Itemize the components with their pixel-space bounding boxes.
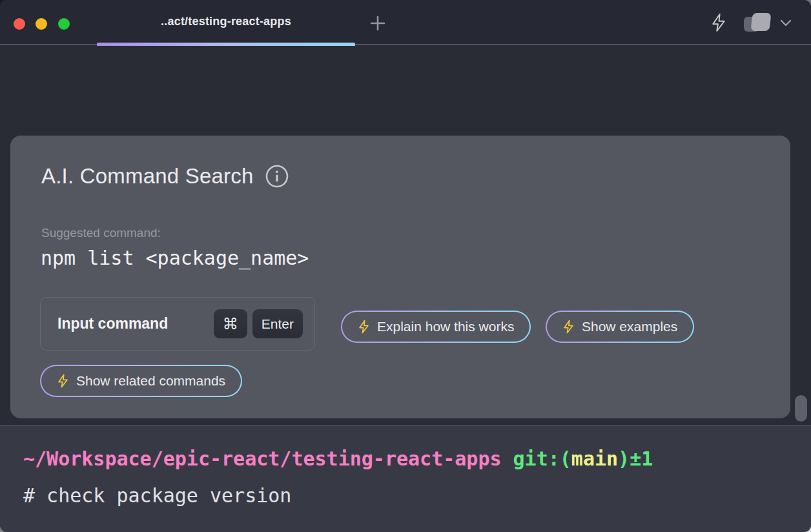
button-label: Show related commands [76, 373, 225, 389]
prompt-git-prefix: git:( [513, 447, 571, 470]
lightning-icon [710, 12, 727, 33]
ai-command-search-panel: A.I. Command Search Suggested command: n… [10, 136, 790, 418]
plus-icon [367, 13, 388, 34]
shortcut-keys: ⌘ Enter [214, 309, 303, 338]
info-icon[interactable] [265, 164, 289, 189]
terminal-block-area: A.I. Command Search Suggested command: n… [0, 46, 811, 425]
bolt-icon [57, 373, 69, 389]
show-examples-button[interactable]: Show examples [546, 311, 694, 343]
bolt-icon [562, 319, 575, 334]
new-tab-button[interactable] [366, 12, 389, 35]
input-command-shortcut-group[interactable]: Input command ⌘ Enter [40, 297, 315, 351]
tab-active-underline [97, 43, 355, 46]
titlebar-actions [710, 0, 792, 45]
close-button[interactable] [14, 18, 25, 30]
prompt-git-suffix: )±1 [618, 447, 653, 470]
terminal-input-block[interactable]: ~/Workspace/epic-react/testing-react-app… [0, 425, 811, 532]
tab-active[interactable]: ..act/testing-react-apps [97, 0, 355, 45]
suggested-command-text: npm list <package_name> [41, 247, 309, 269]
scrollbar-thumb[interactable] [795, 395, 807, 422]
explain-how-this-works-button[interactable]: Explain how this works [341, 311, 531, 343]
panel-title: A.I. Command Search [41, 164, 253, 189]
button-label: Show examples [582, 319, 677, 334]
window-menu-button[interactable] [744, 12, 792, 33]
window-titlebar: ..act/testing-react-apps [0, 0, 811, 45]
blocks-icon [744, 12, 775, 33]
suggested-command-label: Suggested command: [41, 226, 161, 240]
minimize-button[interactable] [36, 18, 47, 30]
prompt-path: ~/Workspace/epic-react/testing-react-app… [23, 447, 502, 470]
bolt-icon [358, 319, 370, 334]
tab-title: ..act/testing-react-apps [97, 15, 355, 28]
input-command-label: Input command [57, 315, 168, 332]
zoom-button[interactable] [58, 18, 70, 30]
prompt-git-branch: main [571, 447, 618, 470]
warp-terminal-window: ..act/testing-react-apps [0, 0, 811, 532]
button-label: Explain how this works [377, 319, 514, 334]
enter-keycap: Enter [252, 309, 303, 338]
ai-bolt-button[interactable] [710, 12, 727, 33]
cmd-keycap: ⌘ [214, 309, 247, 338]
chevron-down-icon [780, 19, 792, 26]
shell-prompt: ~/Workspace/epic-react/testing-react-app… [23, 447, 653, 470]
show-related-commands-button[interactable]: Show related commands [40, 365, 242, 397]
command-input-text[interactable]: # check package version [23, 484, 291, 507]
